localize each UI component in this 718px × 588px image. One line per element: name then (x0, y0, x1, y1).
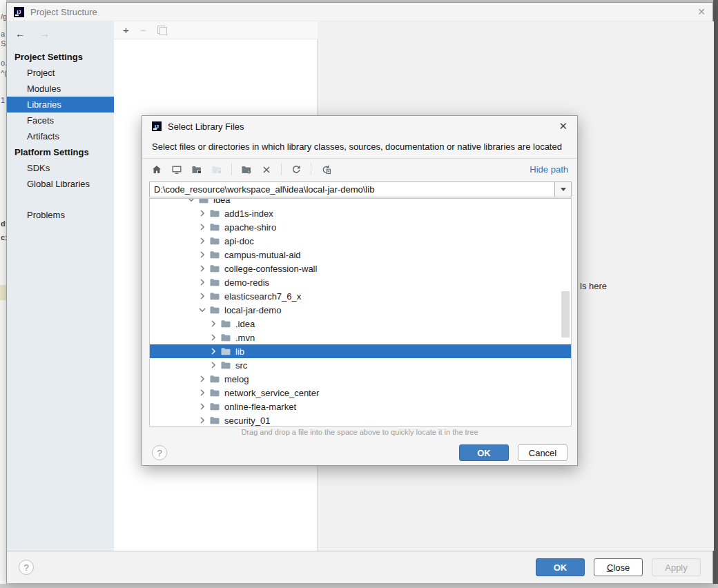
sidebar-item-global-libraries[interactable]: Global Libraries (7, 176, 114, 192)
dialog-titlebar: IJ Select Library Files ✕ (142, 116, 577, 137)
toolbar-separator (311, 164, 311, 175)
tree-item-label: local-jar-demo (224, 305, 281, 315)
background-bottom-strip (0, 584, 718, 588)
folder-icon (220, 346, 231, 357)
tree-row-add1s-index[interactable]: add1s-index (150, 206, 571, 220)
window-close-icon[interactable]: ✕ (697, 7, 706, 17)
path-dropdown-button[interactable] (554, 182, 571, 197)
folder-icon (209, 373, 220, 384)
position-folder-icon[interactable] (191, 164, 202, 175)
folder-icon (209, 291, 220, 302)
toolbar-separator (231, 164, 232, 175)
chevron-collapsed-icon[interactable] (197, 387, 208, 398)
dialog-title: Select Library Files (168, 121, 244, 132)
background-right-strip (713, 0, 718, 588)
tree-item-label: campus-mutual-aid (224, 250, 301, 260)
chevron-collapsed-icon[interactable] (197, 222, 208, 233)
desktop-icon[interactable] (171, 164, 182, 175)
hide-path-link[interactable]: Hide path (530, 164, 568, 175)
add-library-button[interactable]: + (123, 25, 129, 35)
dialog-cancel-button[interactable]: Cancel (518, 444, 567, 461)
occluded-text-fragment: ls here (580, 281, 607, 291)
tree-item-label: online-flea-market (224, 402, 296, 412)
tree-row-local-jar-demo[interactable]: local-jar-demo (150, 303, 571, 317)
sidebar-item-project[interactable]: Project (7, 65, 114, 81)
close-button[interactable]: Close (594, 558, 643, 576)
folder-icon (209, 387, 220, 398)
ok-button[interactable]: OK (536, 558, 585, 576)
chevron-collapsed-icon[interactable] (197, 277, 208, 288)
tree-row-lib[interactable]: lib (150, 344, 571, 358)
tree-row-college-confession-wall[interactable]: college-confession-wall (150, 262, 571, 275)
chevron-collapsed-icon[interactable] (208, 360, 219, 371)
tree-row-apache-shiro[interactable]: apache-shiro (150, 220, 571, 234)
tree-row-api-doc[interactable]: api-doc (150, 234, 571, 248)
folder-icon (209, 304, 220, 315)
dialog-ok-button[interactable]: OK (459, 444, 509, 461)
settings-sidebar: ← → Project SettingsProjectModulesLibrar… (7, 21, 114, 551)
chevron-collapsed-icon[interactable] (208, 346, 219, 357)
tree-row-mvn[interactable]: .mvn (150, 331, 571, 344)
sidebar-item-libraries[interactable]: Libraries (7, 97, 114, 112)
tree-scrollbar-thumb[interactable] (561, 291, 570, 337)
chevron-collapsed-icon[interactable] (197, 373, 208, 384)
chevron-collapsed-icon[interactable] (197, 291, 208, 302)
refresh-icon[interactable] (291, 164, 302, 175)
new-folder-icon[interactable] (241, 164, 252, 175)
forward-arrow-icon: → (39, 28, 50, 39)
path-combobox[interactable]: D:\code_resource\workspace_all\idea\loca… (149, 182, 572, 197)
tree-row-network-service-center[interactable]: network_service_center (150, 386, 571, 400)
tree-row-melog[interactable]: melog (150, 372, 571, 386)
sidebar-item-artifacts[interactable]: Artifacts (7, 128, 114, 144)
file-tree: ideaadd1s-indexapache-shiroapi-doccampus… (149, 198, 572, 427)
chevron-collapsed-icon[interactable] (197, 263, 208, 274)
chevron-collapsed-icon[interactable] (208, 332, 219, 343)
chevron-expanded-icon[interactable] (197, 304, 208, 315)
drag-drop-hint: Drag and drop a file into the space abov… (142, 428, 577, 436)
library-list-toolbar: + − (114, 21, 318, 39)
sidebar-item-facets[interactable]: Facets (7, 112, 114, 128)
sidebar-menu: Project SettingsProjectModulesLibrariesF… (7, 49, 114, 223)
tree-row-campus-mutual-aid[interactable]: campus-mutual-aid (150, 248, 571, 262)
back-arrow-icon[interactable]: ← (15, 28, 26, 39)
dialog-description: Select files or directories in which lib… (152, 141, 567, 152)
copy-library-icon (157, 26, 166, 35)
chevron-collapsed-icon[interactable] (197, 401, 208, 412)
tree-row-src[interactable]: src (150, 358, 571, 372)
tree-row-security-01[interactable]: security_01 (150, 413, 571, 427)
chevron-collapsed-icon[interactable] (197, 208, 208, 219)
chevron-collapsed-icon[interactable] (197, 235, 208, 246)
sidebar-nav: ← → (7, 21, 114, 39)
chevron-collapsed-icon[interactable] (208, 318, 219, 329)
dialog-help-button[interactable]: ? (152, 445, 167, 460)
dialog-close-icon[interactable]: ✕ (559, 121, 567, 131)
path-input[interactable]: D:\code_resource\workspace_all\idea\loca… (150, 182, 554, 197)
folder-icon (209, 263, 220, 274)
tree-row-idea[interactable]: idea (150, 198, 571, 206)
tree-item-label: elasticsearch7_6_x (224, 291, 301, 302)
folder-icon (209, 235, 220, 246)
folder-icon (198, 198, 209, 205)
home-icon[interactable] (151, 164, 162, 175)
tree-item-label: .mvn (235, 333, 255, 343)
chevron-expanded-icon[interactable] (186, 198, 197, 205)
delete-icon[interactable] (261, 164, 272, 175)
tree-row-demo-redis[interactable]: demo-redis (150, 275, 571, 289)
tree-item-label: src (235, 360, 247, 371)
tree-row-idea[interactable]: .idea (150, 317, 571, 331)
tree-row-online-flea-market[interactable]: online-flea-market (150, 400, 571, 413)
folder-icon (209, 401, 220, 412)
folder-icon (220, 318, 231, 329)
sidebar-item-sdks[interactable]: SDKs (7, 160, 114, 176)
sidebar-item-modules[interactable]: Modules (7, 81, 114, 97)
help-button[interactable]: ? (19, 560, 34, 575)
tree-row-elasticsearch7-6-x[interactable]: elasticsearch7_6_x (150, 289, 571, 303)
show-hidden-icon[interactable] (320, 164, 331, 175)
tree-item-label: apache-shiro (224, 222, 276, 233)
folder-icon (209, 277, 220, 288)
editor-text-fragment: a (1, 30, 5, 38)
editor-text-fragment: ^( (1, 69, 6, 77)
chevron-collapsed-icon[interactable] (197, 249, 208, 260)
chevron-collapsed-icon[interactable] (197, 415, 208, 426)
sidebar-item-problems[interactable]: Problems (7, 207, 114, 223)
